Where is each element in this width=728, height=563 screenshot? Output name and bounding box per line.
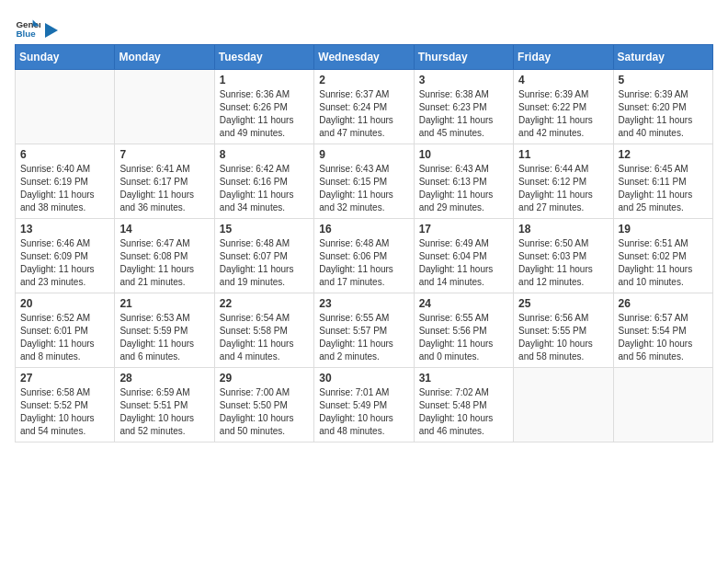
day-number: 26 bbox=[619, 297, 708, 310]
calendar-cell: 20Sunrise: 6:52 AM Sunset: 6:01 PM Dayli… bbox=[16, 293, 115, 368]
day-detail: Sunrise: 6:43 AM Sunset: 6:13 PM Dayligh… bbox=[419, 163, 508, 214]
day-number: 29 bbox=[220, 372, 309, 385]
calendar-cell bbox=[16, 70, 115, 144]
calendar-cell: 22Sunrise: 6:54 AM Sunset: 5:58 PM Dayli… bbox=[214, 293, 313, 368]
calendar-cell: 4Sunrise: 6:39 AM Sunset: 6:22 PM Daylig… bbox=[514, 70, 613, 144]
day-number: 12 bbox=[619, 148, 708, 161]
day-detail: Sunrise: 6:45 AM Sunset: 6:11 PM Dayligh… bbox=[619, 163, 708, 214]
calendar-cell: 19Sunrise: 6:51 AM Sunset: 6:02 PM Dayli… bbox=[613, 219, 712, 293]
day-detail: Sunrise: 6:53 AM Sunset: 5:59 PM Dayligh… bbox=[119, 312, 209, 363]
day-number: 25 bbox=[518, 297, 608, 310]
day-number: 24 bbox=[419, 297, 508, 310]
calendar-cell: 7Sunrise: 6:41 AM Sunset: 6:17 PM Daylig… bbox=[115, 144, 214, 219]
day-detail: Sunrise: 6:59 AM Sunset: 5:51 PM Dayligh… bbox=[119, 386, 209, 438]
day-number: 9 bbox=[319, 148, 408, 161]
day-detail: Sunrise: 6:43 AM Sunset: 6:15 PM Dayligh… bbox=[319, 163, 408, 214]
calendar-cell: 3Sunrise: 6:38 AM Sunset: 6:23 PM Daylig… bbox=[414, 70, 513, 144]
calendar-cell: 30Sunrise: 7:01 AM Sunset: 5:49 PM Dayli… bbox=[314, 368, 414, 442]
day-detail: Sunrise: 6:56 AM Sunset: 5:55 PM Dayligh… bbox=[518, 312, 608, 363]
svg-text:Blue: Blue bbox=[16, 29, 36, 39]
day-detail: Sunrise: 6:52 AM Sunset: 6:01 PM Dayligh… bbox=[20, 312, 109, 363]
day-number: 2 bbox=[319, 74, 408, 86]
day-number: 3 bbox=[419, 74, 508, 86]
day-detail: Sunrise: 6:42 AM Sunset: 6:16 PM Dayligh… bbox=[220, 163, 309, 214]
calendar-cell: 8Sunrise: 6:42 AM Sunset: 6:16 PM Daylig… bbox=[214, 144, 313, 219]
calendar-cell bbox=[613, 368, 712, 442]
calendar-table: SundayMondayTuesdayWednesdayThursdayFrid… bbox=[15, 44, 713, 442]
calendar-cell: 14Sunrise: 6:47 AM Sunset: 6:08 PM Dayli… bbox=[115, 219, 214, 293]
day-detail: Sunrise: 6:41 AM Sunset: 6:17 PM Dayligh… bbox=[119, 163, 209, 214]
calendar-cell: 12Sunrise: 6:45 AM Sunset: 6:11 PM Dayli… bbox=[613, 144, 712, 219]
svg-marker-3 bbox=[45, 23, 58, 38]
calendar-cell: 18Sunrise: 6:50 AM Sunset: 6:03 PM Dayli… bbox=[514, 219, 613, 293]
day-number: 23 bbox=[319, 297, 408, 310]
day-detail: Sunrise: 6:54 AM Sunset: 5:58 PM Dayligh… bbox=[220, 312, 309, 363]
calendar-cell: 17Sunrise: 6:49 AM Sunset: 6:04 PM Dayli… bbox=[414, 219, 513, 293]
calendar-cell: 23Sunrise: 6:55 AM Sunset: 5:57 PM Dayli… bbox=[314, 293, 414, 368]
calendar-cell bbox=[514, 368, 613, 442]
calendar-week-row: 27Sunrise: 6:58 AM Sunset: 5:52 PM Dayli… bbox=[16, 368, 713, 442]
day-detail: Sunrise: 6:55 AM Sunset: 5:57 PM Dayligh… bbox=[319, 312, 408, 363]
day-detail: Sunrise: 7:01 AM Sunset: 5:49 PM Dayligh… bbox=[319, 386, 408, 438]
day-number: 5 bbox=[619, 74, 708, 86]
header-day-saturday: Saturday bbox=[613, 45, 712, 70]
calendar-cell: 10Sunrise: 6:43 AM Sunset: 6:13 PM Dayli… bbox=[414, 144, 513, 219]
day-detail: Sunrise: 6:40 AM Sunset: 6:19 PM Dayligh… bbox=[20, 163, 109, 214]
header-day-wednesday: Wednesday bbox=[314, 45, 414, 70]
day-detail: Sunrise: 6:49 AM Sunset: 6:04 PM Dayligh… bbox=[419, 237, 508, 289]
calendar-cell: 21Sunrise: 6:53 AM Sunset: 5:59 PM Dayli… bbox=[115, 293, 214, 368]
calendar-cell: 25Sunrise: 6:56 AM Sunset: 5:55 PM Dayli… bbox=[514, 293, 613, 368]
calendar-cell: 31Sunrise: 7:02 AM Sunset: 5:48 PM Dayli… bbox=[414, 368, 513, 442]
day-detail: Sunrise: 7:00 AM Sunset: 5:50 PM Dayligh… bbox=[220, 386, 309, 438]
day-number: 11 bbox=[518, 148, 608, 161]
logo-arrow-icon bbox=[45, 21, 62, 40]
calendar-cell: 24Sunrise: 6:55 AM Sunset: 5:56 PM Dayli… bbox=[414, 293, 513, 368]
day-detail: Sunrise: 6:37 AM Sunset: 6:24 PM Dayligh… bbox=[319, 88, 408, 140]
day-detail: Sunrise: 6:36 AM Sunset: 6:26 PM Dayligh… bbox=[220, 88, 309, 140]
day-number: 27 bbox=[20, 372, 109, 385]
day-number: 7 bbox=[119, 148, 209, 161]
day-number: 8 bbox=[220, 148, 309, 161]
header-day-friday: Friday bbox=[514, 45, 613, 70]
day-detail: Sunrise: 6:55 AM Sunset: 5:56 PM Dayligh… bbox=[419, 312, 508, 363]
day-detail: Sunrise: 6:48 AM Sunset: 6:06 PM Dayligh… bbox=[319, 237, 408, 289]
day-number: 14 bbox=[119, 223, 209, 236]
day-number: 30 bbox=[319, 372, 408, 385]
day-detail: Sunrise: 6:50 AM Sunset: 6:03 PM Dayligh… bbox=[518, 237, 608, 289]
day-detail: Sunrise: 6:51 AM Sunset: 6:02 PM Dayligh… bbox=[619, 237, 708, 289]
day-detail: Sunrise: 6:57 AM Sunset: 5:54 PM Dayligh… bbox=[619, 312, 708, 363]
calendar-cell: 28Sunrise: 6:59 AM Sunset: 5:51 PM Dayli… bbox=[115, 368, 214, 442]
day-number: 21 bbox=[119, 297, 209, 310]
calendar-week-row: 1Sunrise: 6:36 AM Sunset: 6:26 PM Daylig… bbox=[16, 70, 713, 144]
day-number: 10 bbox=[419, 148, 508, 161]
day-detail: Sunrise: 6:39 AM Sunset: 6:20 PM Dayligh… bbox=[619, 88, 708, 140]
day-detail: Sunrise: 6:48 AM Sunset: 6:07 PM Dayligh… bbox=[220, 237, 309, 289]
logo-icon: General Blue bbox=[15, 15, 40, 40]
day-detail: Sunrise: 7:02 AM Sunset: 5:48 PM Dayligh… bbox=[419, 386, 508, 438]
logo: General Blue bbox=[15, 15, 63, 40]
calendar-week-row: 20Sunrise: 6:52 AM Sunset: 6:01 PM Dayli… bbox=[16, 293, 713, 368]
day-number: 6 bbox=[20, 148, 109, 161]
calendar-cell: 6Sunrise: 6:40 AM Sunset: 6:19 PM Daylig… bbox=[16, 144, 115, 219]
calendar-cell: 29Sunrise: 7:00 AM Sunset: 5:50 PM Dayli… bbox=[214, 368, 313, 442]
day-detail: Sunrise: 6:46 AM Sunset: 6:09 PM Dayligh… bbox=[20, 237, 109, 289]
calendar-week-row: 13Sunrise: 6:46 AM Sunset: 6:09 PM Dayli… bbox=[16, 219, 713, 293]
calendar-header-row: SundayMondayTuesdayWednesdayThursdayFrid… bbox=[16, 45, 713, 70]
day-number: 1 bbox=[220, 74, 309, 86]
header-day-sunday: Sunday bbox=[16, 45, 115, 70]
day-detail: Sunrise: 6:39 AM Sunset: 6:22 PM Dayligh… bbox=[518, 88, 608, 140]
calendar-cell: 27Sunrise: 6:58 AM Sunset: 5:52 PM Dayli… bbox=[16, 368, 115, 442]
day-detail: Sunrise: 6:47 AM Sunset: 6:08 PM Dayligh… bbox=[119, 237, 209, 289]
day-detail: Sunrise: 6:44 AM Sunset: 6:12 PM Dayligh… bbox=[518, 163, 608, 214]
calendar-cell: 13Sunrise: 6:46 AM Sunset: 6:09 PM Dayli… bbox=[16, 219, 115, 293]
day-number: 18 bbox=[518, 223, 608, 236]
header-day-monday: Monday bbox=[115, 45, 214, 70]
calendar-cell: 11Sunrise: 6:44 AM Sunset: 6:12 PM Dayli… bbox=[514, 144, 613, 219]
calendar-cell: 16Sunrise: 6:48 AM Sunset: 6:06 PM Dayli… bbox=[314, 219, 414, 293]
calendar-cell: 1Sunrise: 6:36 AM Sunset: 6:26 PM Daylig… bbox=[214, 70, 313, 144]
calendar-cell: 9Sunrise: 6:43 AM Sunset: 6:15 PM Daylig… bbox=[314, 144, 414, 219]
calendar-cell: 26Sunrise: 6:57 AM Sunset: 5:54 PM Dayli… bbox=[613, 293, 712, 368]
header-day-thursday: Thursday bbox=[414, 45, 513, 70]
day-number: 28 bbox=[119, 372, 209, 385]
day-number: 19 bbox=[619, 223, 708, 236]
